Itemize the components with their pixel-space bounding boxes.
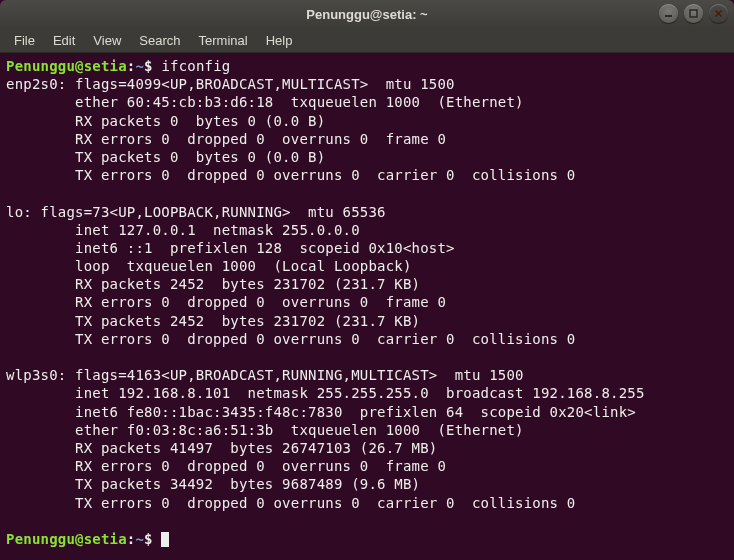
menubar: File Edit View Search Terminal Help xyxy=(0,28,734,53)
command-text: ifconfig xyxy=(161,58,230,74)
prompt-user-host: Penunggu@setia xyxy=(6,58,127,74)
iface-enp2s0-line-1: ether 60:45:cb:b3:d6:18 txqueuelen 1000 … xyxy=(6,94,524,110)
iface-wlp3s0-line-2: inet6 fe80::1bac:3435:f48c:7830 prefixle… xyxy=(6,404,636,420)
menu-terminal[interactable]: Terminal xyxy=(191,31,256,50)
close-button[interactable] xyxy=(709,4,728,23)
window-controls xyxy=(659,4,728,23)
iface-wlp3s0-line-4: RX packets 41497 bytes 26747103 (26.7 MB… xyxy=(6,440,437,456)
iface-wlp3s0-line-1: inet 192.168.8.101 netmask 255.255.255.0… xyxy=(6,385,645,401)
prompt-sigil: $ xyxy=(144,58,153,74)
svg-rect-0 xyxy=(665,15,672,17)
iface-wlp3s0-line-5: RX errors 0 dropped 0 overruns 0 frame 0 xyxy=(6,458,446,474)
iface-lo-line-2: inet6 ::1 prefixlen 128 scopeid 0x10<hos… xyxy=(6,240,455,256)
menu-edit[interactable]: Edit xyxy=(45,31,83,50)
minimize-button[interactable] xyxy=(659,4,678,23)
menu-file[interactable]: File xyxy=(6,31,43,50)
iface-lo-line-7: TX errors 0 dropped 0 overruns 0 carrier… xyxy=(6,331,576,347)
iface-enp2s0-line-0: enp2s0: flags=4099<UP,BROADCAST,MULTICAS… xyxy=(6,76,455,92)
iface-enp2s0-line-5: TX errors 0 dropped 0 overruns 0 carrier… xyxy=(6,167,576,183)
iface-lo-line-3: loop txqueuelen 1000 (Local Loopback) xyxy=(6,258,412,274)
cursor xyxy=(161,532,169,547)
iface-enp2s0-line-3: RX errors 0 dropped 0 overruns 0 frame 0 xyxy=(6,131,446,147)
maximize-icon xyxy=(689,9,698,18)
window-title: Penunggu@setia: ~ xyxy=(306,7,427,22)
iface-enp2s0-line-2: RX packets 0 bytes 0 (0.0 B) xyxy=(6,113,325,129)
titlebar: Penunggu@setia: ~ xyxy=(0,0,734,28)
maximize-button[interactable] xyxy=(684,4,703,23)
menu-help[interactable]: Help xyxy=(258,31,301,50)
iface-wlp3s0-line-6: TX packets 34492 bytes 9687489 (9.6 MB) xyxy=(6,476,420,492)
svg-rect-1 xyxy=(690,10,697,17)
iface-wlp3s0-line-7: TX errors 0 dropped 0 overruns 0 carrier… xyxy=(6,495,576,511)
prompt2-sigil: $ xyxy=(144,531,153,547)
iface-wlp3s0-line-3: ether f0:03:8c:a6:51:3b txqueuelen 1000 … xyxy=(6,422,524,438)
iface-lo-line-5: RX errors 0 dropped 0 overruns 0 frame 0 xyxy=(6,294,446,310)
menu-view[interactable]: View xyxy=(85,31,129,50)
iface-enp2s0-line-4: TX packets 0 bytes 0 (0.0 B) xyxy=(6,149,325,165)
iface-lo-line-4: RX packets 2452 bytes 231702 (231.7 KB) xyxy=(6,276,420,292)
close-icon xyxy=(714,9,723,18)
iface-wlp3s0-line-0: wlp3s0: flags=4163<UP,BROADCAST,RUNNING,… xyxy=(6,367,524,383)
menu-search[interactable]: Search xyxy=(131,31,188,50)
prompt-path: ~ xyxy=(135,58,144,74)
iface-lo-line-0: lo: flags=73<UP,LOOPBACK,RUNNING> mtu 65… xyxy=(6,204,386,220)
prompt2-path: ~ xyxy=(135,531,144,547)
minimize-icon xyxy=(664,9,673,18)
prompt2-user-host: Penunggu@setia xyxy=(6,531,127,547)
iface-lo-line-6: TX packets 2452 bytes 231702 (231.7 KB) xyxy=(6,313,420,329)
iface-lo-line-1: inet 127.0.0.1 netmask 255.0.0.0 xyxy=(6,222,360,238)
terminal-viewport[interactable]: Penunggu@setia:~$ ifconfig enp2s0: flags… xyxy=(0,53,734,560)
